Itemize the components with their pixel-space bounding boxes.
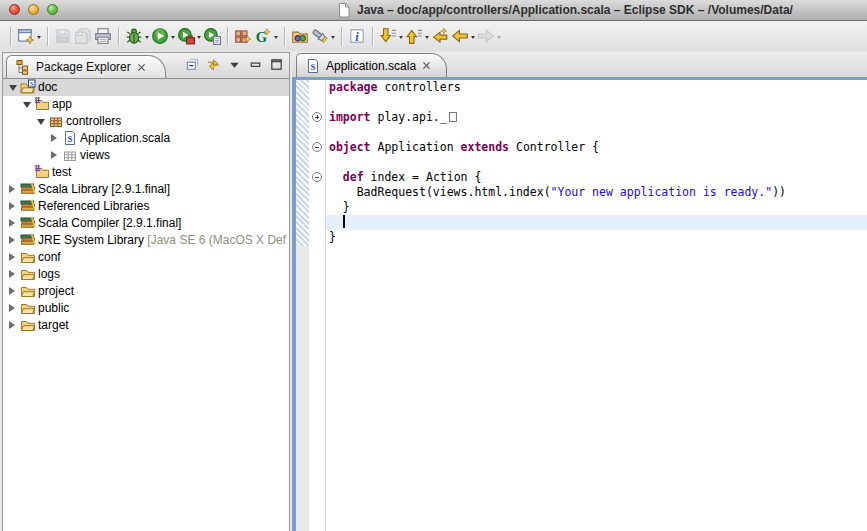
code-line[interactable]: BadRequest(views.html.index("Your new ap… bbox=[326, 185, 867, 200]
tree-item-app[interactable]: app bbox=[3, 96, 289, 113]
run-coverage-button[interactable] bbox=[202, 25, 222, 47]
link-editor-icon[interactable] bbox=[206, 57, 221, 72]
previous-annotation-button[interactable] bbox=[404, 25, 430, 47]
expand-arrow-icon[interactable] bbox=[9, 219, 15, 227]
collapse-arrow-icon[interactable] bbox=[37, 119, 45, 125]
debug-button[interactable] bbox=[124, 25, 150, 47]
collapse-all-icon[interactable] bbox=[185, 57, 200, 72]
open-type-icon bbox=[291, 27, 309, 45]
last-edit-location-button[interactable] bbox=[430, 25, 450, 47]
range-indicator bbox=[296, 80, 309, 246]
scala-file-icon: S bbox=[62, 130, 78, 146]
expand-arrow-icon[interactable] bbox=[9, 236, 15, 244]
tree-item-referenced-libraries[interactable]: Referenced Libraries bbox=[3, 198, 289, 215]
run-external-button[interactable] bbox=[176, 25, 202, 47]
expand-arrow-icon[interactable] bbox=[9, 253, 15, 261]
code-line[interactable]: } bbox=[326, 230, 867, 245]
code-line[interactable] bbox=[326, 125, 867, 140]
dropdown-arrow-icon[interactable] bbox=[37, 36, 41, 41]
dropdown-arrow-icon[interactable] bbox=[471, 36, 475, 41]
dropdown-arrow-icon[interactable] bbox=[399, 36, 403, 41]
expand-arrow-icon[interactable] bbox=[9, 270, 15, 278]
info-button[interactable]: i bbox=[347, 25, 367, 47]
collapse-arrow-icon[interactable] bbox=[23, 102, 31, 108]
expand-arrow-icon[interactable] bbox=[9, 321, 15, 329]
tree-item-label: conf bbox=[38, 250, 61, 264]
code-line[interactable] bbox=[326, 215, 867, 230]
editor-tab-application-scala[interactable]: S Application.scala bbox=[296, 53, 447, 77]
annotation-ruler[interactable] bbox=[296, 80, 309, 531]
editor-area: S Application.scala package controllersi… bbox=[292, 52, 867, 531]
dropdown-arrow-icon[interactable] bbox=[145, 36, 149, 41]
view-menu-icon[interactable] bbox=[227, 57, 242, 72]
tree-item-scala-library-2-9-1-final[interactable]: Scala Library [2.9.1.final] bbox=[3, 181, 289, 198]
new-g-wizard-button[interactable]: G bbox=[253, 25, 279, 47]
library-icon bbox=[20, 215, 36, 231]
run-button[interactable] bbox=[150, 25, 176, 47]
expand-arrow-icon[interactable] bbox=[9, 304, 15, 312]
tree-item-target[interactable]: target bbox=[3, 317, 289, 334]
maximize-icon[interactable] bbox=[269, 57, 284, 72]
print-button[interactable] bbox=[93, 25, 113, 47]
code-line[interactable]: def index = Action { bbox=[326, 170, 867, 185]
code-line[interactable]: } bbox=[326, 200, 867, 215]
dropdown-arrow-icon[interactable] bbox=[331, 36, 335, 41]
close-window-button[interactable] bbox=[9, 4, 20, 15]
close-tab-icon[interactable] bbox=[421, 60, 432, 71]
tree-item-logs[interactable]: logs bbox=[3, 266, 289, 283]
close-view-icon[interactable] bbox=[136, 62, 147, 73]
code-line[interactable] bbox=[326, 155, 867, 170]
dropdown-arrow-icon[interactable] bbox=[274, 36, 278, 41]
code-line[interactable]: import play.api._ bbox=[326, 110, 867, 125]
tree-item-public[interactable]: public bbox=[3, 300, 289, 317]
new-java-grid-button[interactable] bbox=[233, 25, 253, 47]
open-type-button[interactable] bbox=[290, 25, 310, 47]
tree-item-application-scala[interactable]: SApplication.scala bbox=[3, 130, 289, 147]
next-annotation-button[interactable] bbox=[378, 25, 404, 47]
previous-annotation-icon bbox=[405, 27, 423, 45]
package-explorer-icon bbox=[15, 59, 31, 75]
folder-icon bbox=[20, 300, 36, 316]
source-folder-icon bbox=[34, 96, 50, 112]
tree-item-controllers[interactable]: controllers bbox=[3, 113, 289, 130]
back-button[interactable] bbox=[450, 25, 476, 47]
package-icon bbox=[48, 113, 64, 129]
dropdown-arrow-icon[interactable] bbox=[497, 36, 501, 41]
collapsed-region-icon[interactable] bbox=[449, 112, 457, 122]
dropdown-arrow-icon[interactable] bbox=[425, 36, 429, 41]
zoom-window-button[interactable] bbox=[47, 4, 58, 15]
tree-item-conf[interactable]: conf bbox=[3, 249, 289, 266]
fold-collapse-icon[interactable] bbox=[312, 142, 322, 152]
tree-item-label: Application.scala bbox=[80, 131, 170, 145]
package-explorer-tab[interactable]: Package Explorer bbox=[6, 55, 166, 78]
code-line[interactable] bbox=[326, 95, 867, 110]
tree-item-test[interactable]: test bbox=[3, 164, 289, 181]
expand-arrow-icon[interactable] bbox=[9, 185, 15, 193]
tree-item-project[interactable]: project bbox=[3, 283, 289, 300]
minimize-window-button[interactable] bbox=[28, 4, 39, 15]
tree-item-doc[interactable]: Sdoc bbox=[3, 79, 289, 96]
expand-arrow-icon[interactable] bbox=[9, 287, 15, 295]
new-wizard-button[interactable] bbox=[16, 25, 42, 47]
dropdown-arrow-icon[interactable] bbox=[197, 36, 201, 41]
minimize-icon[interactable] bbox=[248, 57, 263, 72]
expand-arrow-icon[interactable] bbox=[9, 202, 15, 210]
code-line[interactable]: object Application extends Controller { bbox=[326, 140, 867, 155]
expand-arrow-icon[interactable] bbox=[51, 134, 57, 142]
folding-ruler[interactable] bbox=[309, 80, 326, 531]
collapse-arrow-icon[interactable] bbox=[9, 85, 17, 91]
dropdown-arrow-icon[interactable] bbox=[171, 36, 175, 41]
tree-item-scala-compiler-2-9-1-final[interactable]: Scala Compiler [2.9.1.final] bbox=[3, 215, 289, 232]
package-empty-icon bbox=[62, 147, 78, 163]
fold-expand-icon[interactable] bbox=[312, 112, 322, 122]
expand-arrow-icon[interactable] bbox=[51, 151, 57, 159]
tree-item-views[interactable]: views bbox=[3, 147, 289, 164]
code-editor[interactable]: package controllersimport play.api._obje… bbox=[326, 80, 867, 531]
toolbar-separator bbox=[47, 27, 48, 46]
fold-collapse-icon[interactable] bbox=[312, 172, 322, 182]
toolbar-separator bbox=[341, 27, 342, 46]
tree-item-jre-system-library[interactable]: JRE System Library [Java SE 6 (MacOS X D… bbox=[3, 232, 289, 249]
search-button[interactable] bbox=[310, 25, 336, 47]
code-line[interactable]: package controllers bbox=[326, 80, 867, 95]
library-icon bbox=[20, 232, 36, 248]
